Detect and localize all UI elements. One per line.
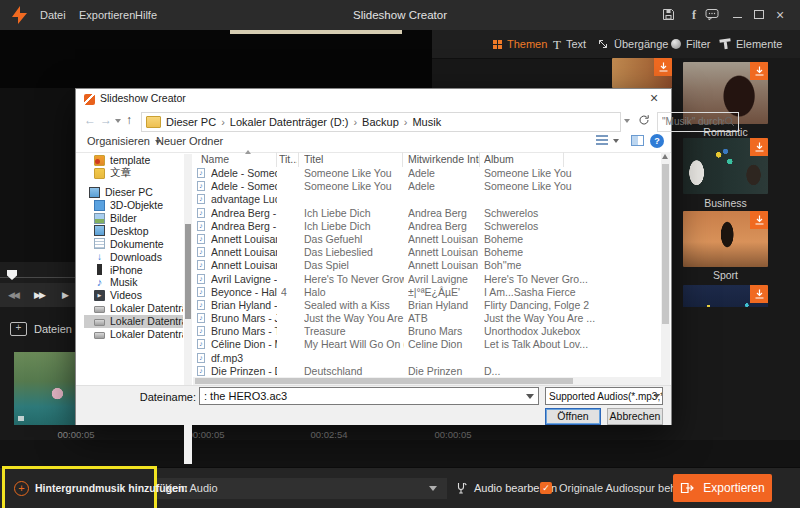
tree-item[interactable]: Lokaler Datenträ: [84, 328, 183, 341]
breadcrumb-item[interactable]: Backup: [362, 116, 399, 128]
theme-thumbnail-partial[interactable]: [612, 58, 672, 88]
tree-item[interactable]: Desktop: [84, 224, 183, 237]
scrollbar-thumb[interactable]: [185, 224, 191, 319]
scrollbar-thumb[interactable]: [662, 164, 669, 324]
column-header-name[interactable]: Name: [201, 153, 271, 166]
forward-icon[interactable]: →: [100, 111, 112, 130]
minimize-icon[interactable]: [729, 8, 745, 23]
download-icon[interactable]: [750, 285, 768, 303]
column-separator[interactable]: [298, 152, 299, 167]
tree-item[interactable]: Lokaler Datenträ: [84, 315, 183, 328]
column-header-title[interactable]: Titel: [304, 153, 399, 166]
file-row[interactable]: Adele - Someone Li... Someone Like You A…: [193, 180, 659, 193]
download-icon[interactable]: [654, 58, 672, 76]
column-header-artist[interactable]: Mitwirkende Inter...: [408, 153, 480, 166]
export-button[interactable]: Exportieren: [673, 474, 772, 502]
open-button[interactable]: Öffnen: [545, 408, 601, 425]
address-bar[interactable]: Dieser PC› Lokaler Datenträger (D:)› Bac…: [141, 112, 621, 132]
file-row[interactable]: Annett Louisan - Da... Das Spiel Annett …: [193, 259, 659, 272]
file-row[interactable]: Avril Lavigne - Here... Here's To Never …: [193, 273, 659, 286]
preview-pane-button[interactable]: [631, 135, 644, 146]
tab-themen[interactable]: Themen: [493, 30, 547, 58]
file-list-vertical-scrollbar[interactable]: [661, 152, 670, 385]
facebook-icon[interactable]: f: [686, 8, 702, 23]
file-track: [281, 273, 297, 286]
download-icon[interactable]: [750, 138, 768, 156]
filename-input[interactable]: [199, 387, 539, 405]
tree-item[interactable]: template: [84, 154, 183, 167]
dialog-close-icon[interactable]: ×: [645, 90, 663, 106]
file-row[interactable]: advantage Lucy - ...: [193, 193, 659, 206]
tab-text[interactable]: T Text: [553, 30, 586, 58]
close-icon[interactable]: ×: [772, 8, 788, 23]
tree-item[interactable]: iPhone: [84, 263, 183, 276]
tree-item[interactable]: Bilder: [84, 212, 183, 225]
scrollbar-thumb[interactable]: [195, 378, 573, 384]
breadcrumb-item[interactable]: Musik: [412, 116, 441, 128]
column-separator[interactable]: [276, 152, 277, 167]
filetype-dropdown[interactable]: Supported Audios(*.mp3;*.mp2: [545, 387, 663, 405]
file-row[interactable]: Beyonce - Halo [m... 4 Halo ±|°ªE¿ÂµE' I…: [193, 286, 659, 299]
file-row[interactable]: Céline Dion - My H... My Heart Will Go O…: [193, 338, 659, 351]
up-icon[interactable]: ↑: [126, 111, 132, 130]
fast-forward-button[interactable]: ▶▶: [34, 283, 44, 307]
file-row[interactable]: Andrea Berg - Ich Li... Ich Liebe Dich A…: [193, 207, 659, 220]
theme-thumbnail-business[interactable]: [683, 138, 768, 194]
history-chevron-icon[interactable]: [115, 119, 121, 123]
tab-elemente[interactable]: Elemente: [720, 30, 782, 58]
feedback-icon[interactable]: [705, 8, 721, 23]
rewind-button[interactable]: ◀◀: [8, 283, 18, 307]
back-icon[interactable]: ←: [84, 111, 96, 130]
download-icon[interactable]: [750, 211, 768, 229]
search-icon[interactable]: [724, 116, 735, 127]
file-row[interactable]: Andrea Berg - Ich Li... Ich Liebe Dich A…: [193, 220, 659, 233]
cancel-button[interactable]: Abbrechen: [607, 408, 663, 425]
tree-item[interactable]: Dieser PC: [84, 186, 183, 199]
file-album: I Am...Sasha Fierce: [484, 286, 644, 299]
file-row[interactable]: df.mp3: [193, 352, 659, 365]
file-list-horizontal-scrollbar[interactable]: [193, 377, 661, 385]
tab-filter[interactable]: Filter: [671, 30, 710, 58]
save-icon[interactable]: [662, 8, 678, 23]
tree-item[interactable]: Videos: [84, 289, 183, 302]
column-header-album[interactable]: Album: [484, 153, 564, 166]
file-album: Schwerelos: [484, 220, 644, 233]
search-input[interactable]: [658, 113, 724, 129]
address-chevron-icon[interactable]: [624, 119, 630, 123]
new-folder-button[interactable]: Neuer Ordner: [156, 135, 223, 147]
file-row[interactable]: Bruno Mars - Just t... Just the Way You …: [193, 312, 659, 325]
file-row[interactable]: Adele - Someone Li... Someone Like You A…: [193, 167, 659, 180]
tab-uebergaenge[interactable]: Übergänge: [597, 30, 668, 58]
breadcrumb-item[interactable]: Dieser PC: [166, 116, 216, 128]
column-separator[interactable]: [563, 152, 564, 167]
column-header-track[interactable]: Tit...: [279, 153, 297, 166]
tree-item[interactable]: Lokaler Datenträ: [84, 302, 183, 315]
tree-item[interactable]: Downloads: [84, 250, 183, 263]
file-row[interactable]: Brian Hyland - Seal... Sealed with a Kis…: [193, 299, 659, 312]
view-mode-dropdown[interactable]: [596, 135, 619, 145]
tree-item[interactable]: 3D-Objekte: [84, 199, 183, 212]
play-button[interactable]: ▶: [62, 283, 69, 307]
organize-dropdown[interactable]: Organisieren: [87, 135, 161, 147]
tree-item[interactable]: 文章: [84, 167, 183, 180]
file-row[interactable]: Annett Louisan - Da... Das Gefuehl Annet…: [193, 233, 659, 246]
filename-chevron-icon[interactable]: [526, 394, 534, 399]
maximize-icon[interactable]: [751, 8, 767, 23]
scroll-up-icon[interactable]: [662, 154, 668, 159]
checkbox-checked-icon[interactable]: ✓: [540, 482, 552, 494]
download-icon[interactable]: [750, 62, 768, 80]
file-row[interactable]: Annett Louisan - Da... Das Liebeslied An…: [193, 246, 659, 259]
file-row[interactable]: Die Prinzen - Deuts Deutschland Die Prin…: [193, 365, 659, 377]
column-separator[interactable]: [479, 152, 480, 167]
tree-item[interactable]: Musik: [84, 276, 183, 289]
file-row[interactable]: Bruno Mars - Treas... Treasure Bruno Mar…: [193, 325, 659, 338]
refresh-icon[interactable]: [638, 114, 650, 126]
breadcrumb-item[interactable]: Lokaler Datenträger (D:): [230, 116, 349, 128]
help-button[interactable]: ?: [650, 134, 664, 148]
theme-thumbnail-sport[interactable]: [683, 211, 768, 267]
timeline-clip-thumbnail[interactable]: [14, 352, 84, 425]
tree-item[interactable]: Dokumente: [84, 237, 183, 250]
column-separator[interactable]: [402, 152, 403, 167]
audio-select-dropdown[interactable]: Kein Audio: [155, 478, 447, 499]
add-background-music-button[interactable]: + Hintergrundmusik hinzufügen:: [14, 476, 188, 500]
